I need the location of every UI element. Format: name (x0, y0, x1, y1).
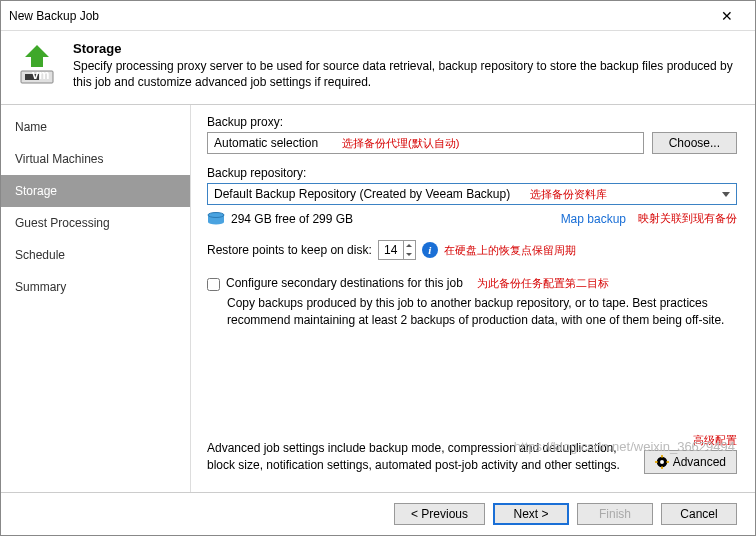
header-subtitle: Specify processing proxy server to be us… (73, 58, 743, 90)
gear-icon (655, 455, 669, 469)
map-backup-link[interactable]: Map backup (561, 212, 626, 226)
spinner-down-icon[interactable] (404, 250, 415, 259)
backup-proxy-label: Backup proxy: (207, 115, 737, 129)
previous-button[interactable]: < Previous (394, 503, 485, 525)
proxy-note: 选择备份代理(默认自动) (342, 136, 459, 151)
choose-proxy-button[interactable]: Choose... (652, 132, 737, 154)
storage-icon: vm (13, 41, 61, 89)
map-note: 映射关联到现有备份 (638, 211, 737, 226)
finish-button: Finish (577, 503, 653, 525)
disk-free-text: 294 GB free of 299 GB (231, 212, 353, 226)
wizard-header: vm Storage Specify processing proxy serv… (1, 31, 755, 105)
sidebar-item-virtual-machines[interactable]: Virtual Machines (1, 143, 190, 175)
backup-proxy-input[interactable]: Automatic selection 选择备份代理(默认自动) (207, 132, 644, 154)
restore-note: 在硬盘上的恢复点保留周期 (444, 243, 576, 258)
backup-repo-label: Backup repository: (207, 166, 737, 180)
info-icon[interactable]: i (422, 242, 438, 258)
disk-icon (207, 212, 225, 226)
secondary-destinations-desc: Copy backups produced by this job to ano… (227, 295, 737, 329)
titlebar: New Backup Job ✕ (1, 1, 755, 31)
repo-note: 选择备份资料库 (530, 188, 607, 200)
backup-proxy-value: Automatic selection (214, 136, 318, 150)
advanced-text: Advanced job settings include backup mod… (207, 440, 632, 474)
backup-repo-value: Default Backup Repository (Created by Ve… (214, 187, 510, 201)
sidebar-item-schedule[interactable]: Schedule (1, 239, 190, 271)
spinner-up-icon[interactable] (404, 241, 415, 250)
restore-points-label: Restore points to keep on disk: (207, 243, 372, 257)
backup-repo-select[interactable]: Default Backup Repository (Created by Ve… (207, 183, 737, 205)
svg-rect-7 (661, 455, 663, 458)
header-title: Storage (73, 41, 743, 56)
advanced-button[interactable]: Advanced (644, 450, 737, 474)
sidebar-item-storage[interactable]: Storage (1, 175, 190, 207)
svg-point-6 (660, 460, 664, 464)
sidebar-item-guest-processing[interactable]: Guest Processing (1, 207, 190, 239)
svg-rect-8 (661, 466, 663, 469)
content-panel: Backup proxy: Automatic selection 选择备份代理… (191, 105, 755, 492)
cancel-button[interactable]: Cancel (661, 503, 737, 525)
window-title: New Backup Job (9, 9, 707, 23)
next-button[interactable]: Next > (493, 503, 569, 525)
wizard-footer: < Previous Next > Finish Cancel (1, 492, 755, 535)
secondary-destinations-label: Configure secondary destinations for thi… (226, 276, 463, 290)
restore-points-value[interactable] (379, 241, 403, 259)
svg-rect-10 (666, 461, 669, 463)
restore-points-spinner[interactable] (378, 240, 416, 260)
wizard-sidebar: Name Virtual Machines Storage Guest Proc… (1, 105, 191, 492)
secondary-destinations-checkbox[interactable] (207, 278, 220, 291)
svg-rect-9 (655, 461, 658, 463)
secondary-note: 为此备份任务配置第二目标 (477, 276, 609, 291)
advanced-note: 高级配置 (693, 433, 737, 448)
close-icon[interactable]: ✕ (707, 8, 747, 24)
advanced-button-label: Advanced (673, 455, 726, 469)
svg-text:vm: vm (32, 68, 49, 82)
sidebar-item-summary[interactable]: Summary (1, 271, 190, 303)
sidebar-item-name[interactable]: Name (1, 111, 190, 143)
